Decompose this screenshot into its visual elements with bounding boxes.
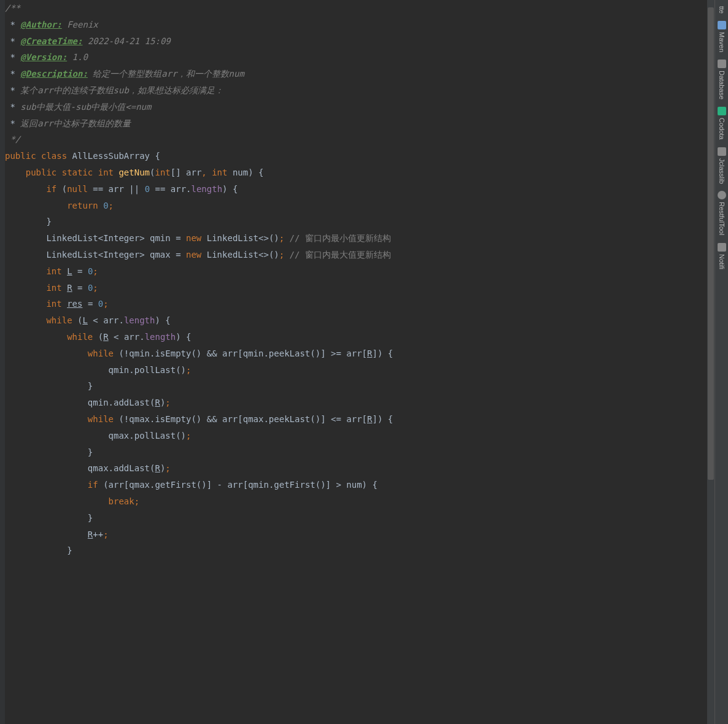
code-line[interactable]: * @CreateTime: 2022-04-21 15:09 bbox=[5, 33, 714, 50]
code-line[interactable]: while (R < arr.length) { bbox=[5, 329, 714, 345]
code-token: R bbox=[155, 463, 160, 473]
code-line[interactable]: while (!qmin.isEmpty() && arr[qmin.peekL… bbox=[5, 345, 714, 362]
code-line[interactable]: } bbox=[5, 510, 714, 526]
tool-window-notifi[interactable]: Notifi bbox=[716, 239, 727, 273]
code-line[interactable]: } bbox=[5, 214, 714, 230]
code-token: , bbox=[201, 168, 212, 177]
code-token: ; bbox=[103, 299, 108, 309]
code-token: qmax.addLast( bbox=[88, 463, 155, 473]
code-token: getNum bbox=[118, 168, 150, 177]
code-token: @Version: bbox=[20, 52, 67, 62]
code-token: /** bbox=[5, 3, 20, 13]
code-token: = bbox=[72, 283, 88, 293]
code-token: LinkedList<>() bbox=[207, 250, 279, 260]
tool-window-jclasslib[interactable]: Jclasslib bbox=[716, 144, 727, 188]
code-token: qmin.pollLast() bbox=[109, 365, 186, 375]
code-line[interactable]: * 返回arr中达标子数组的数量 bbox=[5, 115, 714, 132]
code-token: ; bbox=[165, 463, 170, 473]
code-token: 某个arr中的连续子数组sub，如果想达标必须满足： bbox=[20, 85, 223, 95]
code-token: ( bbox=[98, 332, 103, 342]
code-line[interactable]: while (!qmax.isEmpty() && arr[qmax.peekL… bbox=[5, 411, 714, 428]
code-token: AllLessSubArray { bbox=[72, 151, 160, 161]
code-token: < arr. bbox=[109, 332, 145, 342]
code-token: ( bbox=[62, 184, 67, 194]
code-token: LinkedList<>() bbox=[207, 233, 279, 243]
code-token: new bbox=[186, 233, 207, 243]
code-line[interactable]: return 0; bbox=[5, 198, 714, 214]
code-token: L bbox=[82, 315, 87, 325]
code-line[interactable]: * @Author: Feenix bbox=[5, 17, 714, 33]
code-line[interactable]: * sub中最大值-sub中最小值<=num bbox=[5, 99, 714, 115]
codota-icon bbox=[718, 107, 726, 115]
code-token: length bbox=[124, 315, 155, 325]
code-token: ; bbox=[93, 283, 98, 293]
code-token: ; bbox=[186, 431, 191, 441]
database-icon bbox=[718, 60, 726, 68]
code-token: ; bbox=[103, 530, 108, 539]
vertical-scrollbar[interactable] bbox=[707, 0, 714, 724]
scrollbar-thumb[interactable] bbox=[708, 7, 714, 480]
code-line[interactable]: if (null == arr || 0 == arr.length) { bbox=[5, 181, 714, 198]
code-token: LinkedList<Integer> qmax = bbox=[46, 250, 186, 260]
code-editor[interactable]: /** * @Author: Feenix * @CreateTime: 202… bbox=[0, 0, 714, 724]
code-content[interactable]: /** * @Author: Feenix * @CreateTime: 202… bbox=[0, 0, 714, 559]
code-token: @CreateTime: bbox=[20, 36, 82, 46]
code-line[interactable]: } bbox=[5, 542, 714, 559]
code-token: break; bbox=[109, 496, 140, 506]
restfultool-icon bbox=[718, 191, 726, 199]
code-token: < arr. bbox=[88, 315, 124, 325]
code-token: ) { bbox=[176, 332, 191, 342]
code-line[interactable]: } bbox=[5, 378, 714, 395]
code-line[interactable]: /** bbox=[5, 0, 714, 17]
code-token: public static int bbox=[26, 168, 119, 177]
code-token: ; bbox=[165, 398, 170, 407]
code-token: qmin.addLast( bbox=[88, 398, 155, 407]
tool-window-maven[interactable]: Maven bbox=[716, 17, 727, 56]
tool-window-label: Database bbox=[718, 71, 726, 99]
code-line[interactable]: public static int getNum(int[] arr, int … bbox=[5, 164, 714, 181]
code-line[interactable]: if (arr[qmax.getFirst()] - arr[qmin.getF… bbox=[5, 477, 714, 493]
code-line[interactable]: qmin.pollLast(); bbox=[5, 362, 714, 379]
code-token: 0 bbox=[103, 201, 108, 210]
code-token: return bbox=[67, 201, 103, 210]
maven-icon bbox=[718, 21, 726, 29]
code-line[interactable]: qmax.addLast(R); bbox=[5, 460, 714, 477]
code-line[interactable]: */ bbox=[5, 131, 714, 148]
code-token: length bbox=[192, 184, 223, 194]
code-token: } bbox=[88, 447, 93, 457]
code-line[interactable]: * @Version: 1.0 bbox=[5, 49, 714, 66]
code-token: [] arr bbox=[171, 168, 202, 177]
tool-window-database[interactable]: Database bbox=[716, 56, 727, 103]
tool-window-tte[interactable]: tte bbox=[717, 2, 727, 17]
code-line[interactable]: R++; bbox=[5, 526, 714, 543]
code-line[interactable]: int res = 0; bbox=[5, 296, 714, 312]
code-line[interactable]: * 某个arr中的连续子数组sub，如果想达标必须满足： bbox=[5, 82, 714, 99]
code-token: R bbox=[103, 332, 108, 342]
tool-window-restfultool[interactable]: RestfulTool bbox=[716, 187, 727, 239]
code-token: } bbox=[67, 545, 72, 555]
code-line[interactable]: int L = 0; bbox=[5, 263, 714, 280]
code-line[interactable]: break; bbox=[5, 493, 714, 510]
code-line[interactable]: LinkedList<Integer> qmin = new LinkedLis… bbox=[5, 230, 714, 247]
code-line[interactable]: qmin.addLast(R); bbox=[5, 395, 714, 411]
code-token: while bbox=[67, 332, 98, 342]
code-token: 2022-04-21 15:09 bbox=[82, 36, 170, 46]
code-line[interactable]: * @Description: 给定一个整型数组arr，和一个整数num bbox=[5, 66, 714, 82]
code-token: int bbox=[212, 168, 233, 177]
code-token: res bbox=[67, 299, 82, 309]
code-line[interactable]: LinkedList<Integer> qmax = new LinkedLis… bbox=[5, 247, 714, 263]
code-token: int bbox=[155, 168, 170, 177]
code-token: L bbox=[67, 266, 72, 276]
code-token: LinkedList<Integer> qmin = bbox=[46, 233, 186, 243]
code-line[interactable]: public class AllLessSubArray { bbox=[5, 148, 714, 164]
code-line[interactable]: } bbox=[5, 444, 714, 461]
tool-window-label: Codota bbox=[718, 118, 726, 139]
code-line[interactable]: qmax.pollLast(); bbox=[5, 428, 714, 444]
tool-window-codota[interactable]: Codota bbox=[716, 103, 727, 143]
code-token: ; bbox=[109, 201, 114, 210]
code-token: while bbox=[46, 315, 77, 325]
code-line[interactable]: int R = 0; bbox=[5, 280, 714, 296]
code-token: @Author: bbox=[20, 20, 61, 29]
code-token: 0 bbox=[98, 299, 103, 309]
code-line[interactable]: while (L < arr.length) { bbox=[5, 312, 714, 329]
